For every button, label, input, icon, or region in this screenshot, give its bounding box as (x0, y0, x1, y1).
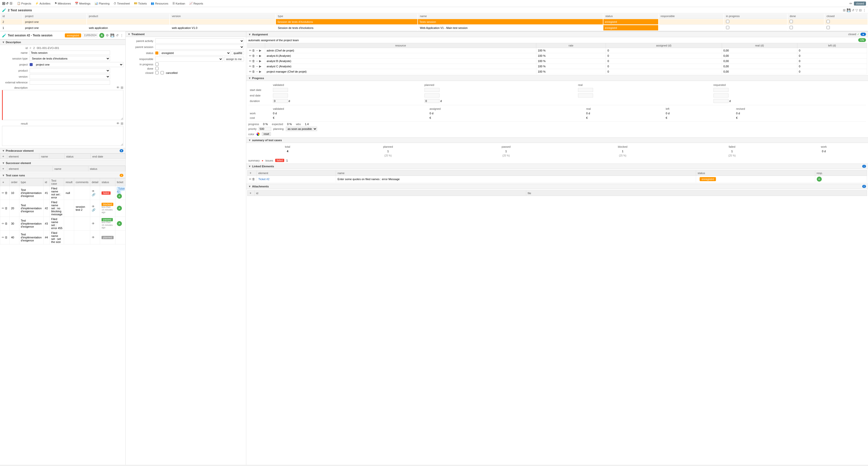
edit-run-4[interactable]: ✏ (2, 236, 4, 239)
end-date-requested[interactable] (713, 93, 728, 97)
nav-item-milestones[interactable]: ⚑ Milestones (53, 2, 73, 5)
view-icon-1[interactable]: 👁 (92, 189, 95, 193)
filter-icon[interactable]: ⊞ (843, 8, 846, 12)
delete-res-1[interactable]: 🗑 (252, 49, 255, 52)
refresh-icon-detail[interactable]: ↺ (116, 33, 119, 37)
start-date-planned[interactable] (425, 88, 439, 92)
in-progress-check[interactable] (726, 20, 729, 23)
responsible-select[interactable] (155, 57, 223, 62)
view-icon-4[interactable]: 👁 (92, 236, 95, 239)
assignment-section-header[interactable]: ▼ Assignment closed ✓ ● (246, 31, 868, 37)
done-check-2[interactable] (789, 26, 793, 29)
treatment-section-header[interactable]: ▼ Treatment (126, 31, 246, 37)
progress-section-header[interactable]: ▼ Progress (246, 75, 868, 81)
nav-item-resources[interactable]: 👥 Resources (149, 2, 170, 5)
parent-session-select[interactable] (155, 44, 244, 50)
edit-res-3[interactable]: ✏ (249, 59, 252, 63)
nav-icon-2[interactable]: ↺ (6, 1, 8, 5)
desc-icon2[interactable]: ⊞ (121, 86, 123, 89)
nav-item-planning[interactable]: 📊 Planning (92, 2, 112, 5)
nav-res-3[interactable]: ▶ (259, 59, 261, 63)
successor-section-header[interactable]: ▼ Successor element (0, 160, 125, 166)
result-icon1[interactable]: 👁 (116, 122, 120, 125)
delete-res-4[interactable]: 🗑 (252, 65, 255, 68)
nav-item-meetings[interactable]: 📅 Meetings (73, 2, 92, 5)
name-input[interactable] (30, 51, 110, 55)
assign-to-me-button[interactable]: assign to me (224, 57, 244, 61)
description-section-header[interactable]: ▼ Description (0, 39, 125, 45)
closed-button[interactable]: closed (854, 1, 866, 5)
session-type-select[interactable]: Session de tests d'évolutions (30, 56, 110, 61)
color-circle[interactable] (256, 132, 260, 136)
funnel-icon[interactable]: ▽ (856, 8, 858, 12)
description-textarea[interactable] (2, 90, 123, 120)
result-icon2[interactable]: ⊞ (121, 122, 123, 125)
desc-icon1[interactable]: 👁 (116, 86, 120, 89)
auto-assign-toggle[interactable]: ON (858, 38, 866, 42)
closed-check-2[interactable] (827, 26, 830, 29)
start-date-requested[interactable] (713, 88, 728, 92)
parent-activity-select[interactable] (155, 38, 244, 43)
delete-res-3[interactable]: 🗑 (252, 59, 255, 63)
link-res-3[interactable]: ↔ (255, 59, 258, 63)
link-res-1[interactable]: ↔ (255, 49, 258, 52)
refresh-icon[interactable]: ↺ (852, 8, 855, 12)
in-progress-check-2[interactable] (726, 26, 729, 29)
add-linked-button[interactable]: + (249, 171, 252, 175)
planning-select[interactable]: as soon as possible (286, 127, 317, 131)
view-icon-3[interactable]: 👁 (92, 222, 95, 225)
link-res-5[interactable]: ↔ (255, 70, 258, 73)
closed-check[interactable] (827, 20, 830, 23)
end-date-real[interactable] (578, 93, 593, 97)
nav-icon-1[interactable]: ⊞ (2, 1, 5, 6)
nav-item-reports[interactable]: 📈 Reports (187, 2, 205, 5)
columns-icon[interactable]: ⊟ (859, 8, 862, 12)
reset-button[interactable]: reset (262, 132, 271, 136)
predecessor-section-header[interactable]: ▼ Predecessor element ● (0, 148, 125, 154)
delete-res-5[interactable]: 🗑 (252, 70, 255, 73)
delete-run-1[interactable]: 🗑 (5, 191, 8, 195)
assignment-toggle-btn[interactable]: ● (861, 33, 866, 36)
delete-run-2[interactable]: 🗑 (5, 207, 8, 210)
edit-run-3[interactable]: ✏ (2, 222, 4, 225)
pencil-icon[interactable]: ✏ (849, 1, 852, 5)
edit-res-4[interactable]: ✏ (249, 65, 252, 68)
save-icon[interactable]: 💾 (847, 8, 851, 12)
link-res-4[interactable]: ↔ (255, 65, 258, 68)
attachments-section-header[interactable]: ▼ Attachments 0 (246, 184, 868, 189)
test-case-runs-header[interactable]: ▼ Test case runs 4 (0, 173, 125, 178)
edit-linked-1[interactable]: ✏ (249, 177, 252, 181)
duration-validated[interactable] (273, 99, 288, 103)
save-icon-detail[interactable]: 💾 (110, 33, 114, 37)
add-predecessor-button[interactable]: + (2, 155, 5, 158)
link-res-2[interactable]: ↔ (255, 54, 258, 58)
linked-section-header[interactable]: ▼ Linked Elements 1 (246, 163, 868, 169)
list-row-1[interactable]: 2 project one Session de tests d'évoluti… (0, 19, 868, 25)
link-icon-2[interactable]: 🔗 (92, 208, 95, 212)
nav-res-4[interactable]: ▶ (259, 65, 261, 68)
delete-res-2[interactable]: 🗑 (252, 54, 255, 58)
in-progress-checkbox[interactable] (155, 63, 159, 66)
edit-res-2[interactable]: ✏ (249, 54, 252, 58)
closed-checkbox[interactable] (155, 71, 159, 74)
edit-res-5[interactable]: ✏ (249, 70, 252, 73)
cancelled-checkbox[interactable] (161, 71, 164, 74)
delete-linked-1[interactable]: 🗑 (252, 177, 255, 181)
edit-res-1[interactable]: ✏ (249, 49, 252, 52)
ext-ref-input[interactable] (30, 80, 110, 85)
done-check[interactable] (789, 20, 793, 23)
delete-run-3[interactable]: 🗑 (5, 222, 8, 225)
link-icon-1[interactable]: 🔗 (92, 193, 95, 196)
edit-run-2[interactable]: ✏ (2, 207, 4, 210)
priority-input[interactable] (258, 127, 271, 131)
add-attachment-button[interactable]: + (249, 191, 252, 195)
nav-res-2[interactable]: ▶ (259, 54, 261, 58)
add-successor-button[interactable]: + (2, 167, 5, 170)
more-icon-detail[interactable]: ⋮ (120, 33, 123, 37)
nav-res-5[interactable]: ▶ (259, 70, 261, 73)
nav-item-timesheet[interactable]: ⏱ Timesheet (112, 2, 132, 5)
product-select[interactable] (30, 68, 110, 73)
nav-item-projects[interactable]: 📋 Projects (15, 2, 33, 5)
edit-run-1[interactable]: ✏ (2, 191, 4, 195)
result-textarea[interactable] (2, 126, 123, 146)
